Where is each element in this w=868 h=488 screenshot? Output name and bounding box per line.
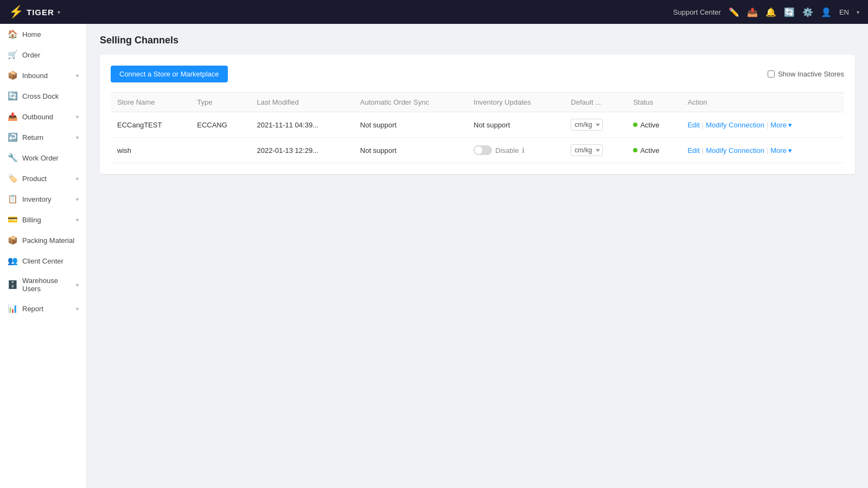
more-button-0[interactable]: More ▾: [770, 121, 792, 129]
app-brand[interactable]: TIGER: [27, 8, 54, 17]
chevron-icon-product: ▾: [76, 176, 79, 182]
table-header: Store NameTypeLast ModifiedAutomatic Ord…: [111, 93, 844, 112]
col-header-default-: Default ...: [564, 93, 627, 112]
bell-icon[interactable]: 🔔: [765, 7, 776, 17]
sidebar-label-home: Home: [22, 30, 41, 38]
return-icon: ↩️: [8, 132, 18, 142]
chevron-icon-billing: ▾: [76, 217, 79, 223]
edit-link-0[interactable]: Edit: [687, 121, 699, 129]
default-unit-1: cm/kgin/lb: [564, 138, 627, 163]
inventory-info-icon-1[interactable]: ℹ: [522, 146, 525, 155]
inbound-icon: 📦: [8, 70, 18, 80]
modify-connection-link-0[interactable]: Modify Connection: [706, 121, 764, 129]
sidebar-item-outbound[interactable]: 📤Outbound▾: [0, 106, 86, 127]
sep2-0: |: [767, 121, 768, 129]
main-layout: 🏠Home🛒Order📦Inbound▾🔄Cross Dock📤Outbound…: [0, 24, 868, 488]
action-1: Edit|Modify Connection|More ▾: [681, 138, 844, 163]
chevron-icon-outbound: ▾: [76, 114, 79, 120]
sidebar-item-client[interactable]: 👥Client Center: [0, 251, 86, 271]
sidebar-item-home[interactable]: 🏠Home: [0, 24, 86, 44]
header-row: Store NameTypeLast ModifiedAutomatic Ord…: [111, 93, 844, 112]
user-icon[interactable]: 👤: [821, 7, 832, 17]
edit-icon[interactable]: ✏️: [729, 7, 739, 17]
sep1-1: |: [702, 146, 704, 155]
status-1: Active: [627, 138, 681, 163]
order-icon: 🛒: [8, 50, 18, 60]
inventory-toggle-1[interactable]: [474, 145, 492, 155]
sidebar-item-product[interactable]: 🏷️Product▾: [0, 168, 86, 189]
status-dot-1: [633, 148, 637, 152]
app-logo: ⚡: [9, 5, 23, 19]
billing-icon: 💳: [8, 215, 18, 224]
table-row: wish2022-01-13 12:29...Not supportDisabl…: [111, 138, 844, 163]
sidebar-item-inventory[interactable]: 📋Inventory▾: [0, 189, 86, 209]
inventory-toggle-wrap-1: Disableℹ: [474, 145, 558, 155]
sidebar: 🏠Home🛒Order📦Inbound▾🔄Cross Dock📤Outbound…: [0, 24, 87, 488]
support-center-link[interactable]: Support Center: [673, 8, 721, 16]
sidebar-label-workorder: Work Order: [22, 154, 59, 162]
brand-dropdown-icon[interactable]: ▾: [58, 9, 60, 15]
sidebar-item-workorder[interactable]: 🔧Work Order: [0, 147, 86, 168]
home-icon: 🏠: [8, 29, 18, 39]
sidebar-item-inbound[interactable]: 📦Inbound▾: [0, 65, 86, 86]
status-text-1: Active: [640, 146, 659, 155]
report-icon: 📊: [8, 304, 18, 313]
page-title: Selling Channels: [100, 35, 855, 46]
action-0: Edit|Modify Connection|More ▾: [681, 112, 844, 138]
more-button-1[interactable]: More ▾: [770, 146, 792, 155]
top-nav-right: Support Center ✏️ 📤 🔔 🔄 ⚙️ 👤 EN ▾: [673, 7, 859, 17]
col-header-action: Action: [681, 93, 844, 112]
sidebar-item-order[interactable]: 🛒Order: [0, 44, 86, 65]
sidebar-item-packing[interactable]: 📦Packing Material: [0, 230, 86, 251]
col-header-store-name: Store Name: [111, 93, 190, 112]
inventory-updates-0: Not support: [467, 112, 564, 138]
inventory-icon: 📋: [8, 194, 18, 204]
sidebar-label-inbound: Inbound: [22, 72, 48, 80]
sidebar-item-report[interactable]: 📊Report▾: [0, 298, 86, 319]
selling-channels-card: Connect a Store or Marketplace Show Inac…: [100, 55, 855, 174]
sidebar-label-outbound: Outbound: [22, 113, 53, 121]
chevron-icon-warehouse: ▾: [76, 282, 79, 288]
sidebar-item-billing[interactable]: 💳Billing▾: [0, 209, 86, 230]
sidebar-item-return[interactable]: ↩️Return▾: [0, 127, 86, 147]
top-navigation: ⚡ TIGER ▾ Support Center ✏️ 📤 🔔 🔄 ⚙️ 👤 E…: [0, 0, 868, 24]
modify-connection-link-1[interactable]: Modify Connection: [706, 146, 764, 155]
status-dot-0: [633, 123, 637, 127]
sidebar-label-order: Order: [22, 51, 40, 59]
toolbar: Connect a Store or Marketplace Show Inac…: [111, 66, 844, 82]
status-0: Active: [627, 112, 681, 138]
unit-select-0[interactable]: cm/kgin/lb: [571, 119, 603, 131]
store-name-1: wish: [111, 138, 190, 163]
export-icon[interactable]: 📤: [747, 7, 758, 17]
client-icon: 👥: [8, 256, 18, 266]
lang-chevron-icon[interactable]: ▾: [857, 9, 859, 15]
sidebar-label-report: Report: [22, 305, 43, 313]
refresh-icon[interactable]: 🔄: [784, 7, 795, 17]
sidebar-label-packing: Packing Material: [22, 236, 74, 245]
status-badge-0: Active: [633, 121, 659, 129]
settings-icon[interactable]: ⚙️: [802, 7, 813, 17]
col-header-status: Status: [627, 93, 681, 112]
sidebar-label-inventory: Inventory: [22, 195, 51, 203]
connect-store-button[interactable]: Connect a Store or Marketplace: [111, 66, 228, 82]
chevron-icon-inventory: ▾: [76, 196, 79, 202]
sidebar-label-warehouse: Warehouse Users: [22, 277, 72, 293]
edit-link-1[interactable]: Edit: [687, 146, 699, 155]
language-selector[interactable]: EN: [839, 8, 849, 16]
status-badge-1: Active: [633, 146, 659, 155]
sidebar-item-crossdock[interactable]: 🔄Cross Dock: [0, 86, 86, 106]
table-row: ECCangTESTECCANG2021-11-11 04:39...Not s…: [111, 112, 844, 138]
sidebar-label-crossdock: Cross Dock: [22, 92, 59, 100]
last-modified-0: 2021-11-11 04:39...: [250, 112, 353, 138]
packing-icon: 📦: [8, 235, 18, 245]
show-inactive-checkbox[interactable]: [768, 70, 775, 78]
col-header-automatic-order-sync: Automatic Order Sync: [354, 93, 467, 112]
inventory-updates-1: Disableℹ: [467, 138, 564, 163]
brand-area: ⚡ TIGER ▾: [9, 5, 60, 19]
last-modified-1: 2022-01-13 12:29...: [250, 138, 353, 163]
unit-select-1[interactable]: cm/kgin/lb: [571, 144, 603, 156]
product-icon: 🏷️: [8, 174, 18, 183]
store-name-0: ECCangTEST: [111, 112, 190, 138]
sidebar-item-warehouse[interactable]: 🗄️Warehouse Users▾: [0, 271, 86, 298]
channels-table: Store NameTypeLast ModifiedAutomatic Ord…: [111, 92, 844, 163]
